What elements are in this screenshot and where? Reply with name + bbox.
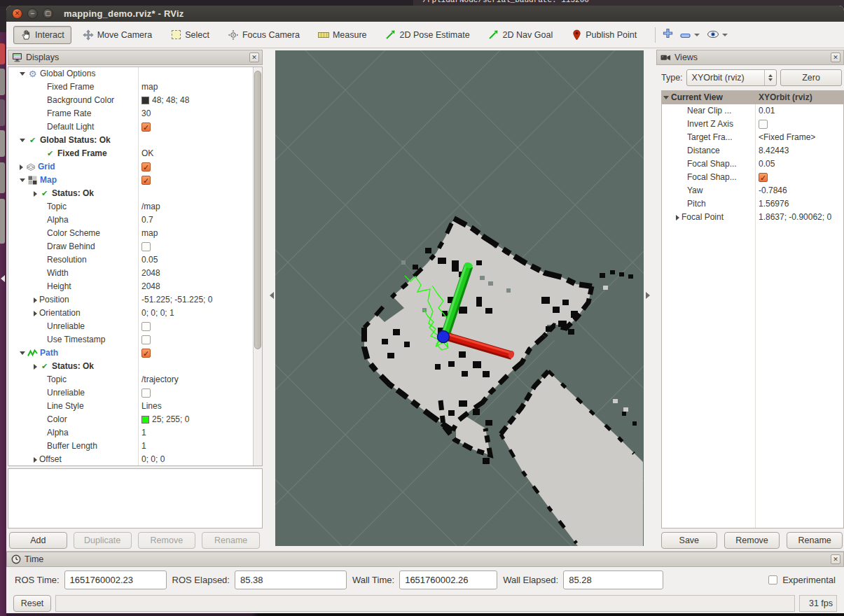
expand-arrow-icon[interactable] — [34, 311, 37, 316]
tree-row-frame-rate[interactable]: Frame Rate30 — [8, 107, 262, 120]
expand-arrow-icon[interactable] — [34, 457, 37, 463]
ros-time-input[interactable] — [64, 570, 167, 589]
property-value[interactable]: 0.7 — [141, 214, 153, 227]
tree-row-focal-shap-[interactable]: Focal Shap...0.05 — [662, 158, 843, 171]
expand-arrow-icon[interactable] — [34, 191, 37, 197]
tool-select[interactable]: Select — [163, 26, 216, 44]
zero-button[interactable]: Zero — [780, 69, 842, 86]
checkbox[interactable] — [141, 242, 151, 251]
property-value[interactable]: -0.7846 — [759, 184, 787, 197]
property-value[interactable]: 30 — [141, 107, 151, 120]
launcher-icon-edge[interactable] — [0, 199, 5, 244]
launcher-icon-edge[interactable] — [0, 43, 5, 64]
expand-arrow-icon[interactable] — [663, 96, 669, 99]
wall-elapsed-input[interactable] — [563, 570, 663, 589]
expand-arrow-icon[interactable] — [34, 364, 37, 370]
tree-row-near-clip-[interactable]: Near Clip ...0.01 — [662, 104, 843, 118]
right-splitter[interactable] — [644, 48, 656, 551]
combo-spinner-icon[interactable] — [764, 70, 776, 85]
checkbox[interactable] — [141, 176, 151, 185]
tree-row-grid[interactable]: Grid — [8, 160, 262, 174]
time-panel-header[interactable]: Time ✕ — [6, 552, 844, 567]
tool-2d-nav-goal[interactable]: 2D Nav Goal — [481, 26, 560, 44]
property-value[interactable]: 1 — [141, 440, 146, 453]
collapse-left-arrow-icon[interactable] — [270, 292, 274, 299]
tree-row-path[interactable]: Path — [8, 346, 262, 360]
tree-row-distance[interactable]: Distance8.42443 — [662, 144, 843, 158]
titlebar[interactable]: ✕ – ▢ mapping_demo.rviz* - RViz — [6, 6, 844, 22]
property-value[interactable]: 2048 — [141, 267, 160, 280]
property-value[interactable]: map — [141, 80, 158, 94]
tree-row-unreliable[interactable]: Unreliable — [8, 386, 262, 400]
tree-row-color[interactable]: Color25; 255; 0 — [8, 413, 262, 426]
tree-row-position[interactable]: Position-51.225; -51.225; 0 — [8, 293, 262, 307]
reset-button[interactable]: Reset — [13, 595, 51, 612]
tree-row-target-fra-[interactable]: Target Fra...<Fixed Frame> — [662, 131, 843, 144]
remove-button[interactable]: Remove — [724, 532, 780, 549]
tree-row-focal-shap-[interactable]: Focal Shap... — [662, 171, 843, 184]
tree-row-resolution[interactable]: Resolution0.05 — [8, 253, 262, 267]
tool-visibility-button[interactable] — [707, 29, 728, 41]
window-maximize-button[interactable]: ▢ — [43, 8, 53, 19]
tree-row-alpha[interactable]: Alpha1 — [8, 426, 262, 440]
expand-arrow-icon[interactable] — [20, 72, 25, 76]
tree-row-color-scheme[interactable]: Color Schememap — [8, 227, 262, 240]
window-close-button[interactable]: ✕ — [12, 8, 22, 19]
expand-arrow-icon[interactable] — [20, 178, 25, 182]
tool-publish-point[interactable]: Publish Point — [564, 26, 644, 44]
tree-row-use-timestamp[interactable]: Use Timestamp — [8, 333, 262, 346]
checkbox[interactable] — [141, 162, 151, 172]
views-close-icon[interactable]: ✕ — [831, 52, 840, 62]
tool-focus-camera[interactable]: Focus Camera — [221, 26, 307, 44]
tree-row-map[interactable]: Map — [8, 174, 262, 187]
property-value[interactable]: 48; 48; 48 — [152, 94, 189, 107]
expand-arrow-icon[interactable] — [20, 164, 23, 170]
property-value[interactable]: 1 — [141, 426, 146, 440]
remove-tool-button[interactable] — [680, 29, 700, 41]
tree-row-global-status-ok[interactable]: ✔Global Status: Ok — [8, 134, 262, 147]
dropdown-arrow-icon[interactable] — [722, 34, 728, 36]
displays-panel-header[interactable]: Displays ✕ — [8, 50, 263, 65]
displays-close-icon[interactable]: ✕ — [249, 52, 259, 62]
checkbox[interactable] — [141, 335, 151, 344]
launcher-icon-edge[interactable] — [0, 99, 5, 126]
property-value[interactable]: 0; 0; 0; 1 — [141, 307, 174, 320]
checkbox[interactable] — [141, 349, 151, 358]
checkbox[interactable] — [759, 120, 768, 129]
3d-viewport[interactable] — [275, 50, 644, 546]
tree-row-pitch[interactable]: Pitch1.56976 — [662, 197, 843, 211]
tree-row-width[interactable]: Width2048 — [8, 267, 262, 280]
tree-row-orientation[interactable]: Orientation0; 0; 0; 1 — [8, 307, 262, 320]
tree-row-current-view[interactable]: Current ViewXYOrbit (rviz) — [662, 91, 843, 104]
tree-row-offset[interactable]: Offset0; 0; 0 — [8, 453, 262, 466]
property-value[interactable]: 0.01 — [759, 104, 775, 118]
checkbox[interactable] — [759, 173, 768, 182]
property-value[interactable]: -51.225; -51.225; 0 — [141, 293, 212, 307]
tree-row-status-ok[interactable]: ✔Status: Ok — [8, 360, 262, 373]
color-swatch[interactable] — [141, 97, 149, 104]
rename-button[interactable]: Rename — [787, 532, 843, 549]
tree-row-focal-point[interactable]: Focal Point1.8637; -0.90062; 0 — [662, 211, 843, 224]
tree-row-topic[interactable]: Topic/trajectory — [8, 373, 262, 386]
tree-row-alpha[interactable]: Alpha0.7 — [8, 214, 262, 227]
property-value[interactable]: 2048 — [141, 280, 160, 293]
add-button[interactable]: Add — [9, 532, 67, 549]
tree-row-background-color[interactable]: Background Color48; 48; 48 — [8, 94, 262, 107]
add-tool-button[interactable] — [663, 28, 673, 41]
view-type-combo[interactable]: XYOrbit (rviz) — [686, 69, 777, 86]
expand-arrow-icon[interactable] — [34, 298, 37, 303]
tree-row-buffer-length[interactable]: Buffer Length1 — [8, 440, 262, 453]
tree-row-invert-z-axis[interactable]: Invert Z Axis — [662, 118, 843, 131]
property-value[interactable]: <Fixed Frame> — [759, 131, 815, 144]
tree-row-default-light[interactable]: Default Light — [8, 120, 262, 134]
collapse-right-arrow-icon[interactable] — [646, 292, 650, 299]
property-value[interactable]: 25; 255; 0 — [152, 413, 189, 426]
property-value[interactable]: 0; 0; 0 — [141, 453, 165, 466]
ros-elapsed-input[interactable] — [235, 570, 347, 589]
tool-2d-pose-estimate[interactable]: 2D Pose Estimate — [378, 26, 477, 44]
property-value[interactable]: 0.05 — [759, 158, 775, 171]
expand-arrow-icon[interactable] — [20, 351, 25, 355]
checkbox[interactable] — [141, 388, 151, 398]
color-swatch[interactable] — [141, 416, 149, 424]
launcher-icon-edge[interactable] — [0, 69, 5, 95]
